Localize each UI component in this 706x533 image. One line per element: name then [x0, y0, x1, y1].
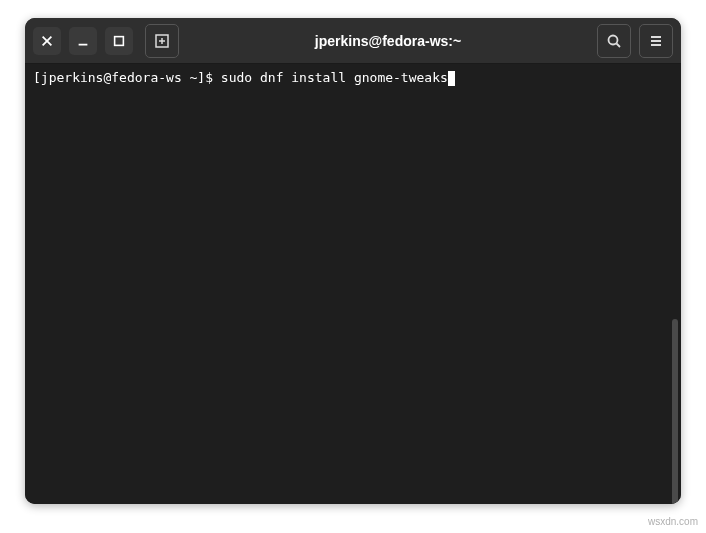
- close-button[interactable]: [33, 27, 61, 55]
- new-tab-icon: [154, 33, 170, 49]
- terminal-body[interactable]: [jperkins@fedora-ws ~]$ sudo dnf install…: [25, 64, 681, 504]
- menu-button[interactable]: [639, 24, 673, 58]
- terminal-window: jperkins@fedora-ws:~ [jperkins@fedora-ws…: [25, 18, 681, 504]
- scrollbar-thumb[interactable]: [672, 319, 678, 504]
- svg-line-8: [617, 43, 621, 47]
- search-icon: [606, 33, 622, 49]
- new-tab-button[interactable]: [145, 24, 179, 58]
- titlebar-left-controls: [33, 24, 179, 58]
- hamburger-menu-icon: [648, 33, 664, 49]
- cursor: [448, 71, 455, 86]
- minimize-button[interactable]: [69, 27, 97, 55]
- svg-rect-3: [115, 36, 124, 45]
- window-title: jperkins@fedora-ws:~: [179, 33, 597, 49]
- close-icon: [40, 34, 54, 48]
- maximize-button[interactable]: [105, 27, 133, 55]
- watermark: wsxdn.com: [648, 516, 698, 527]
- svg-point-7: [609, 35, 618, 44]
- titlebar-right-controls: [597, 24, 673, 58]
- maximize-icon: [112, 34, 126, 48]
- shell-prompt: [jperkins@fedora-ws ~]$: [33, 70, 221, 87]
- titlebar: jperkins@fedora-ws:~: [25, 18, 681, 64]
- minimize-icon: [76, 34, 90, 48]
- command-text: sudo dnf install gnome-tweaks: [221, 70, 448, 87]
- search-button[interactable]: [597, 24, 631, 58]
- terminal-line: [jperkins@fedora-ws ~]$ sudo dnf install…: [33, 70, 673, 87]
